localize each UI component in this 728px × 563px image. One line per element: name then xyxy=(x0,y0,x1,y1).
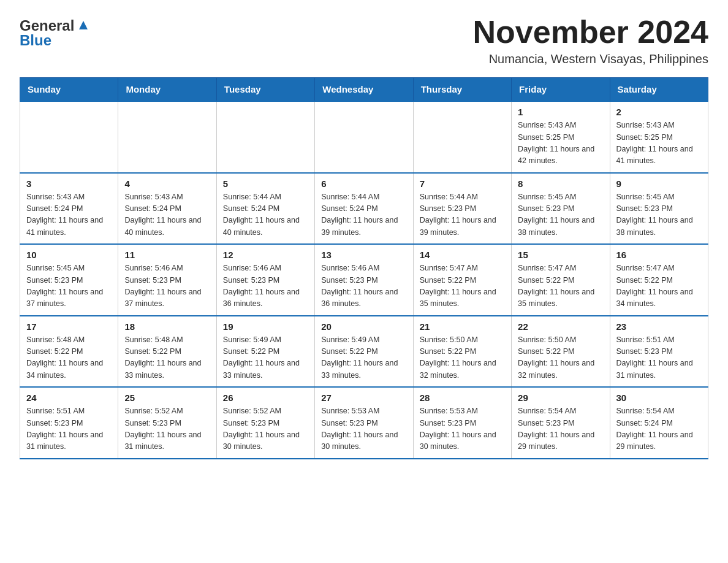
col-wednesday: Wednesday xyxy=(315,78,413,102)
day-info: Sunrise: 5:43 AM Sunset: 5:24 PM Dayligh… xyxy=(124,191,210,239)
calendar-cell xyxy=(20,101,118,173)
month-title: November 2024 xyxy=(473,15,708,50)
calendar-cell: 13Sunrise: 5:46 AM Sunset: 5:23 PM Dayli… xyxy=(315,244,413,316)
day-info: Sunrise: 5:43 AM Sunset: 5:25 PM Dayligh… xyxy=(616,120,702,167)
day-number: 6 xyxy=(321,178,406,189)
calendar-cell: 22Sunrise: 5:50 AM Sunset: 5:22 PM Dayli… xyxy=(512,316,610,388)
day-number: 23 xyxy=(616,321,702,332)
calendar-cell: 6Sunrise: 5:44 AM Sunset: 5:24 PM Daylig… xyxy=(315,173,413,245)
day-info: Sunrise: 5:43 AM Sunset: 5:24 PM Dayligh… xyxy=(26,191,112,239)
calendar-table: Sunday Monday Tuesday Wednesday Thursday… xyxy=(20,77,708,459)
calendar-week-row: 10Sunrise: 5:45 AM Sunset: 5:23 PM Dayli… xyxy=(20,244,708,316)
col-sunday: Sunday xyxy=(20,78,118,102)
calendar-cell: 9Sunrise: 5:45 AM Sunset: 5:23 PM Daylig… xyxy=(610,173,708,245)
day-number: 8 xyxy=(518,178,603,189)
location-title: Numancia, Western Visayas, Philippines xyxy=(473,52,708,66)
day-info: Sunrise: 5:49 AM Sunset: 5:22 PM Dayligh… xyxy=(321,334,406,382)
day-info: Sunrise: 5:51 AM Sunset: 5:23 PM Dayligh… xyxy=(616,334,702,382)
calendar-cell: 24Sunrise: 5:51 AM Sunset: 5:23 PM Dayli… xyxy=(20,387,118,459)
day-number: 17 xyxy=(26,321,112,332)
day-info: Sunrise: 5:47 AM Sunset: 5:22 PM Dayligh… xyxy=(616,262,702,310)
title-section: November 2024 Numancia, Western Visayas,… xyxy=(473,15,708,66)
calendar-cell: 15Sunrise: 5:47 AM Sunset: 5:22 PM Dayli… xyxy=(512,244,610,316)
day-number: 12 xyxy=(223,250,308,260)
logo-triangle-icon xyxy=(77,18,90,34)
calendar-cell: 19Sunrise: 5:49 AM Sunset: 5:22 PM Dayli… xyxy=(216,316,314,388)
calendar-week-row: 24Sunrise: 5:51 AM Sunset: 5:23 PM Dayli… xyxy=(20,387,708,459)
day-info: Sunrise: 5:46 AM Sunset: 5:23 PM Dayligh… xyxy=(124,262,210,310)
day-number: 19 xyxy=(223,321,308,332)
calendar-cell: 1Sunrise: 5:43 AM Sunset: 5:25 PM Daylig… xyxy=(512,101,610,173)
day-info: Sunrise: 5:50 AM Sunset: 5:22 PM Dayligh… xyxy=(420,334,505,382)
day-number: 7 xyxy=(420,178,505,189)
col-saturday: Saturday xyxy=(610,78,708,102)
col-monday: Monday xyxy=(118,78,216,102)
day-info: Sunrise: 5:52 AM Sunset: 5:23 PM Dayligh… xyxy=(124,405,210,453)
day-info: Sunrise: 5:48 AM Sunset: 5:22 PM Dayligh… xyxy=(124,334,210,382)
day-info: Sunrise: 5:49 AM Sunset: 5:22 PM Dayligh… xyxy=(223,334,308,382)
day-info: Sunrise: 5:53 AM Sunset: 5:23 PM Dayligh… xyxy=(420,405,505,453)
col-thursday: Thursday xyxy=(413,78,511,102)
day-info: Sunrise: 5:52 AM Sunset: 5:23 PM Dayligh… xyxy=(223,405,308,453)
day-number: 21 xyxy=(420,321,505,332)
calendar-cell: 11Sunrise: 5:46 AM Sunset: 5:23 PM Dayli… xyxy=(118,244,216,316)
calendar-cell: 5Sunrise: 5:44 AM Sunset: 5:24 PM Daylig… xyxy=(216,173,314,245)
calendar-cell: 16Sunrise: 5:47 AM Sunset: 5:22 PM Dayli… xyxy=(610,244,708,316)
calendar-cell: 12Sunrise: 5:46 AM Sunset: 5:23 PM Dayli… xyxy=(216,244,314,316)
calendar-cell: 14Sunrise: 5:47 AM Sunset: 5:22 PM Dayli… xyxy=(413,244,511,316)
day-info: Sunrise: 5:54 AM Sunset: 5:24 PM Dayligh… xyxy=(616,405,702,453)
day-number: 26 xyxy=(223,393,308,403)
calendar-header-row: Sunday Monday Tuesday Wednesday Thursday… xyxy=(20,78,708,102)
day-number: 15 xyxy=(518,250,603,260)
calendar-cell: 25Sunrise: 5:52 AM Sunset: 5:23 PM Dayli… xyxy=(118,387,216,459)
day-number: 27 xyxy=(321,393,406,403)
calendar-week-row: 17Sunrise: 5:48 AM Sunset: 5:22 PM Dayli… xyxy=(20,316,708,388)
calendar-cell xyxy=(413,101,511,173)
calendar-cell: 2Sunrise: 5:43 AM Sunset: 5:25 PM Daylig… xyxy=(610,101,708,173)
day-number: 13 xyxy=(321,250,406,260)
logo: General Blue xyxy=(20,17,90,49)
day-number: 29 xyxy=(518,393,603,403)
day-info: Sunrise: 5:46 AM Sunset: 5:23 PM Dayligh… xyxy=(223,262,308,310)
day-info: Sunrise: 5:44 AM Sunset: 5:24 PM Dayligh… xyxy=(321,191,406,239)
calendar-cell: 3Sunrise: 5:43 AM Sunset: 5:24 PM Daylig… xyxy=(20,173,118,245)
calendar-cell: 26Sunrise: 5:52 AM Sunset: 5:23 PM Dayli… xyxy=(216,387,314,459)
calendar-cell: 29Sunrise: 5:54 AM Sunset: 5:23 PM Dayli… xyxy=(512,387,610,459)
day-info: Sunrise: 5:53 AM Sunset: 5:23 PM Dayligh… xyxy=(321,405,406,453)
calendar-cell: 10Sunrise: 5:45 AM Sunset: 5:23 PM Dayli… xyxy=(20,244,118,316)
day-number: 2 xyxy=(616,107,702,117)
day-number: 14 xyxy=(420,250,505,260)
calendar-week-row: 1Sunrise: 5:43 AM Sunset: 5:25 PM Daylig… xyxy=(20,101,708,173)
logo-blue-text: Blue xyxy=(20,32,51,49)
day-info: Sunrise: 5:50 AM Sunset: 5:22 PM Dayligh… xyxy=(518,334,603,382)
day-number: 4 xyxy=(124,178,210,189)
day-info: Sunrise: 5:44 AM Sunset: 5:24 PM Dayligh… xyxy=(223,191,308,239)
day-number: 18 xyxy=(124,321,210,332)
calendar-cell: 27Sunrise: 5:53 AM Sunset: 5:23 PM Dayli… xyxy=(315,387,413,459)
calendar-cell: 18Sunrise: 5:48 AM Sunset: 5:22 PM Dayli… xyxy=(118,316,216,388)
day-number: 11 xyxy=(124,250,210,260)
calendar-cell xyxy=(216,101,314,173)
calendar-cell: 30Sunrise: 5:54 AM Sunset: 5:24 PM Dayli… xyxy=(610,387,708,459)
calendar-cell: 20Sunrise: 5:49 AM Sunset: 5:22 PM Dayli… xyxy=(315,316,413,388)
col-tuesday: Tuesday xyxy=(216,78,314,102)
day-info: Sunrise: 5:45 AM Sunset: 5:23 PM Dayligh… xyxy=(518,191,603,239)
day-number: 10 xyxy=(26,250,112,260)
calendar-cell: 8Sunrise: 5:45 AM Sunset: 5:23 PM Daylig… xyxy=(512,173,610,245)
day-number: 20 xyxy=(321,321,406,332)
day-info: Sunrise: 5:54 AM Sunset: 5:23 PM Dayligh… xyxy=(518,405,603,453)
day-info: Sunrise: 5:45 AM Sunset: 5:23 PM Dayligh… xyxy=(26,262,112,310)
calendar-cell xyxy=(118,101,216,173)
day-number: 3 xyxy=(26,178,112,189)
page-header: General Blue November 2024 Numancia, Wes… xyxy=(20,15,708,66)
calendar-cell xyxy=(315,101,413,173)
day-info: Sunrise: 5:47 AM Sunset: 5:22 PM Dayligh… xyxy=(420,262,505,310)
day-number: 24 xyxy=(26,393,112,403)
day-number: 30 xyxy=(616,393,702,403)
day-info: Sunrise: 5:47 AM Sunset: 5:22 PM Dayligh… xyxy=(518,262,603,310)
col-friday: Friday xyxy=(512,78,610,102)
calendar-week-row: 3Sunrise: 5:43 AM Sunset: 5:24 PM Daylig… xyxy=(20,173,708,245)
day-info: Sunrise: 5:44 AM Sunset: 5:23 PM Dayligh… xyxy=(420,191,505,239)
calendar-cell: 4Sunrise: 5:43 AM Sunset: 5:24 PM Daylig… xyxy=(118,173,216,245)
calendar-cell: 23Sunrise: 5:51 AM Sunset: 5:23 PM Dayli… xyxy=(610,316,708,388)
